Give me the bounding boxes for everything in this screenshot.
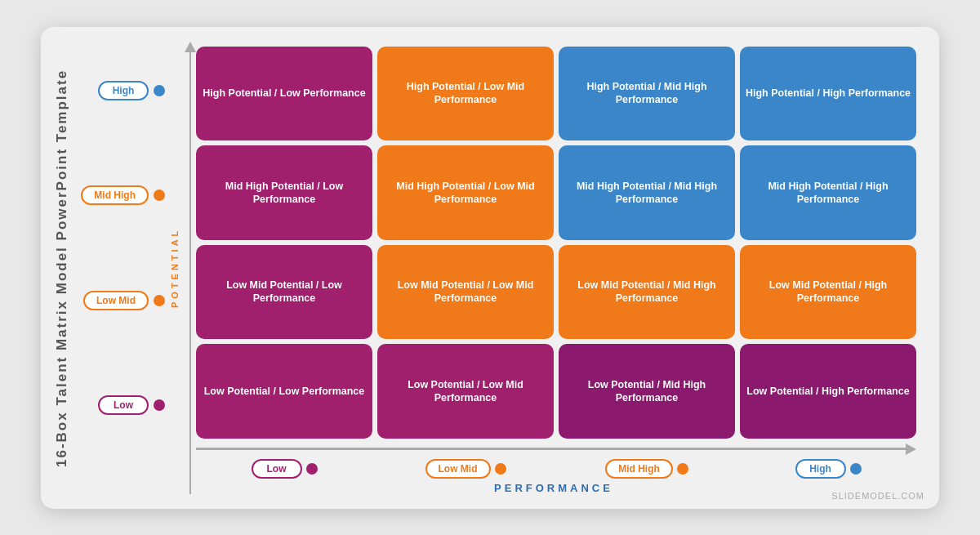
- arrow-line-v: [189, 52, 192, 494]
- grid-content: High Potential / Low Performance High Po…: [191, 42, 916, 439]
- cell-2-0: Low Mid Potential / Low Performance: [196, 245, 372, 340]
- cell-0-1: High Potential / Low Mid Performance: [377, 47, 554, 141]
- x-axis-arrow-line: [196, 448, 906, 450]
- main-content: High Mid High Low Mid Low: [75, 42, 916, 494]
- y-axis-label: POTENTIAL: [170, 42, 180, 494]
- cell-2-2: Low Mid Potential / Mid High Performance: [559, 245, 735, 340]
- x-pill-lowmid: Low Mid: [425, 459, 491, 479]
- x-dot-midhigh: [677, 463, 688, 475]
- cell-0-2: High Potential / Mid High Performance: [559, 47, 735, 141]
- x-dot-low: [306, 463, 318, 475]
- cell-3-0: Low Potential / Low Performance: [196, 344, 372, 439]
- slide-title: 16-Box Talent Matrix Model PowerPoint Te…: [49, 42, 75, 494]
- cell-2-3: Low Mid Potential / High Performance: [740, 245, 916, 340]
- cell-2-1: Low Mid Potential / Low Mid Performance: [377, 245, 554, 340]
- cell-0-3: High Potential / High Performance: [740, 47, 916, 141]
- cell-1-3: Mid High Potential / High Performance: [740, 145, 916, 240]
- y-axis-area: High Mid High Low Mid Low: [75, 42, 165, 494]
- cell-0-0: High Potential / Low Performance: [196, 47, 372, 141]
- grid-row-1: Mid High Potential / Low Performance Mid…: [196, 145, 916, 240]
- x-pill-high: High: [795, 459, 846, 479]
- y-dot-low: [154, 399, 165, 411]
- cell-1-1: Mid High Potential / Low Mid Performance: [377, 145, 554, 240]
- y-dot-midhigh: [154, 189, 165, 201]
- arrow-head-right: [906, 444, 916, 455]
- x-pill-low: Low: [252, 459, 302, 479]
- y-pill-midhigh: Mid High: [81, 185, 149, 205]
- y-label-low: Low: [98, 364, 165, 446]
- slide-container: 16-Box Talent Matrix Model PowerPoint Te…: [41, 27, 939, 509]
- x-labels-row: Low Low Mid Mid High: [191, 459, 916, 479]
- y-pill-low: Low: [98, 395, 149, 415]
- x-dot-high: [850, 463, 862, 475]
- y-label-high: High: [98, 50, 165, 132]
- y-pill-lowmid: Low Mid: [83, 291, 149, 310]
- grid-row-3: Low Potential / Low Performance Low Pote…: [196, 344, 916, 439]
- credit: SLIDEMODEL.COM: [831, 491, 924, 501]
- grid-row-0: High Potential / Low Performance High Po…: [196, 47, 916, 141]
- y-arrow: [185, 42, 196, 494]
- cell-3-2: Low Potential / Mid High Performance: [559, 344, 735, 439]
- x-pill-midhigh: Mid High: [605, 459, 673, 479]
- y-label-midhigh: Mid High: [81, 154, 165, 236]
- x-label-midhigh: Mid High: [559, 459, 735, 479]
- cell-1-2: Mid High Potential / Mid High Performanc…: [559, 145, 735, 240]
- cell-1-0: Mid High Potential / Low Performance: [196, 145, 372, 240]
- chart-area: High Mid High Low Mid Low: [75, 42, 916, 494]
- x-label-lowmid: Low Mid: [377, 459, 554, 479]
- cell-3-1: Low Potential / Low Mid Performance: [377, 344, 554, 439]
- x-axis-arrow-container: [191, 444, 916, 455]
- x-dot-lowmid: [495, 463, 506, 475]
- x-label-low: Low: [196, 459, 372, 479]
- arrow-head-up: [185, 42, 196, 52]
- y-dot-lowmid: [154, 295, 165, 306]
- y-label-lowmid: Low Mid: [83, 260, 165, 341]
- cell-3-3: Low Potential / High Performance: [740, 344, 916, 439]
- grid-row-2: Low Mid Potential / Low Performance Low …: [196, 245, 916, 340]
- grid-and-axis: POTENTIAL High Potential / Low Performan…: [165, 42, 916, 494]
- x-label-high: High: [740, 459, 916, 479]
- x-axis-title: PERFORMANCE: [191, 482, 916, 494]
- y-pill-high: High: [98, 81, 149, 100]
- y-dot-high: [154, 85, 165, 96]
